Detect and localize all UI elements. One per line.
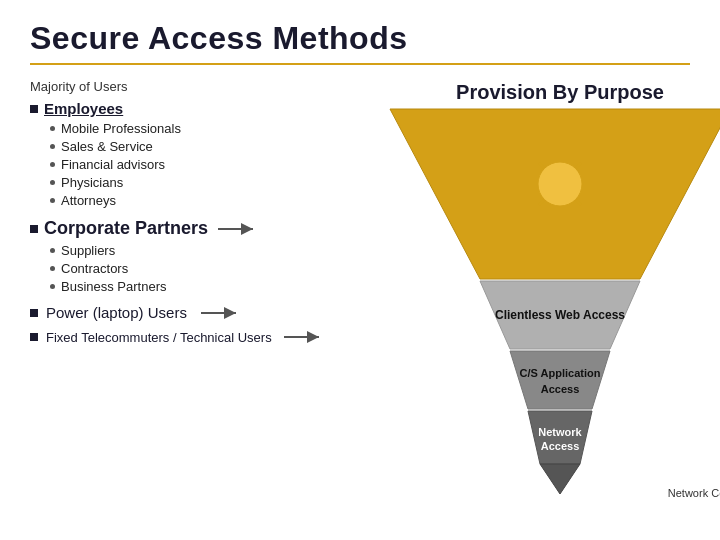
fixed-arrow-icon xyxy=(284,329,324,345)
dot-icon xyxy=(50,180,55,185)
power-bullet-icon xyxy=(30,309,38,317)
cs-app-label: C/S Application xyxy=(520,367,601,379)
dot-icon xyxy=(50,162,55,167)
employee-item-1: Mobile Professionals xyxy=(61,121,181,136)
nc-label: Network Connect xyxy=(660,487,720,499)
employee-item-5: Attorneys xyxy=(61,193,116,208)
svg-text:Access: Access xyxy=(541,440,580,452)
corporate-section: Corporate Partners Supplie xyxy=(30,218,360,294)
list-item: Sales & Service xyxy=(50,139,360,154)
corporate-bullet-icon xyxy=(30,225,38,233)
dot-icon xyxy=(50,284,55,289)
left-panel: Majority of Users Employees Mobile Profe… xyxy=(30,79,360,353)
power-arrow-icon xyxy=(201,305,241,321)
list-item: Mobile Professionals xyxy=(50,121,360,136)
list-item: Suppliers xyxy=(50,243,360,258)
provision-label: Provision By Purpose xyxy=(410,81,710,104)
corporate-section-title: Corporate Partners xyxy=(30,218,360,239)
employee-item-2: Sales & Service xyxy=(61,139,153,154)
svg-text:Access: Access xyxy=(541,383,580,395)
power-users-item: Power (laptop) Users xyxy=(30,304,360,321)
employees-label: Employees xyxy=(44,100,123,117)
corporate-list: Suppliers Contractors Business Partners xyxy=(50,243,360,294)
svg-marker-17 xyxy=(510,351,610,409)
dot-icon xyxy=(50,266,55,271)
fixed-telecommuters-item: Fixed Telecommuters / Technical Users xyxy=(30,329,360,345)
employees-list: Mobile Professionals Sales & Service Fin… xyxy=(50,121,360,208)
majority-header: Majority of Users xyxy=(30,79,360,94)
corporate-item-3: Business Partners xyxy=(61,279,167,294)
right-panel: Provision By Purpose xyxy=(380,79,720,519)
employee-item-3: Financial advisors xyxy=(61,157,165,172)
fixed-bullet-icon xyxy=(30,333,38,341)
list-item: Contractors xyxy=(50,261,360,276)
funnel-svg: Clientless Web Access C/S Application Ac… xyxy=(380,79,720,509)
dot-icon xyxy=(50,144,55,149)
list-item: Financial advisors xyxy=(50,157,360,172)
dot-icon xyxy=(50,198,55,203)
employees-section-title: Employees xyxy=(30,100,360,117)
bottom-items: Power (laptop) Users Fixed Telecommuters… xyxy=(30,304,360,345)
slide: Secure Access Methods Majority of Users … xyxy=(0,0,720,540)
clientless-label: Clientless Web Access xyxy=(495,308,625,322)
list-item: Attorneys xyxy=(50,193,360,208)
corporate-label: Corporate Partners xyxy=(44,218,208,239)
corporate-item-1: Suppliers xyxy=(61,243,115,258)
list-item: Business Partners xyxy=(50,279,360,294)
fixed-telecommuters-label: Fixed Telecommuters / Technical Users xyxy=(46,330,272,345)
title-divider xyxy=(30,63,690,65)
page-title: Secure Access Methods xyxy=(30,20,690,57)
corporate-arrow-icon xyxy=(218,221,258,237)
svg-point-4 xyxy=(538,162,582,206)
list-item: Physicians xyxy=(50,175,360,190)
dot-icon xyxy=(50,248,55,253)
employees-bullet-icon xyxy=(30,105,38,113)
funnel-diagram: Provision By Purpose xyxy=(380,79,720,509)
power-users-label: Power (laptop) Users xyxy=(46,304,187,321)
employee-item-4: Physicians xyxy=(61,175,123,190)
content-area: Majority of Users Employees Mobile Profe… xyxy=(30,79,690,519)
dot-icon xyxy=(50,126,55,131)
svg-marker-19 xyxy=(540,464,580,494)
corporate-item-2: Contractors xyxy=(61,261,128,276)
network-label: Network xyxy=(538,426,582,438)
